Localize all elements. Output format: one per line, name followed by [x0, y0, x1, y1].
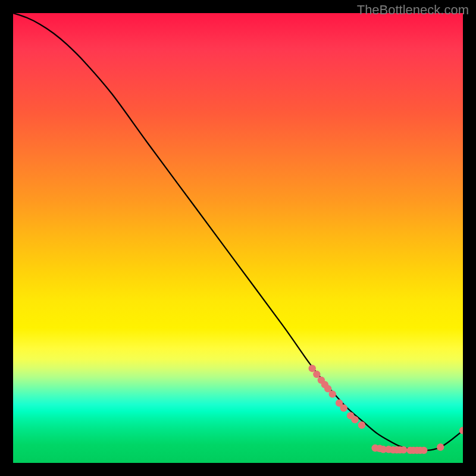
- chart-svg-layer: [13, 13, 463, 463]
- chart-data-point: [400, 446, 407, 453]
- chart-points: [309, 365, 463, 454]
- chart-data-point: [358, 421, 365, 428]
- chart-curve: [13, 13, 463, 450]
- chart-data-point: [309, 365, 316, 372]
- chart-data-point: [437, 443, 444, 450]
- chart-plot-area: [13, 13, 463, 463]
- chart-data-point: [351, 416, 358, 423]
- chart-data-point: [420, 447, 427, 454]
- watermark-text: TheBottleneck.com: [357, 2, 469, 18]
- chart-data-point: [313, 371, 320, 378]
- chart-data-point: [340, 405, 347, 412]
- chart-data-point: [329, 390, 336, 397]
